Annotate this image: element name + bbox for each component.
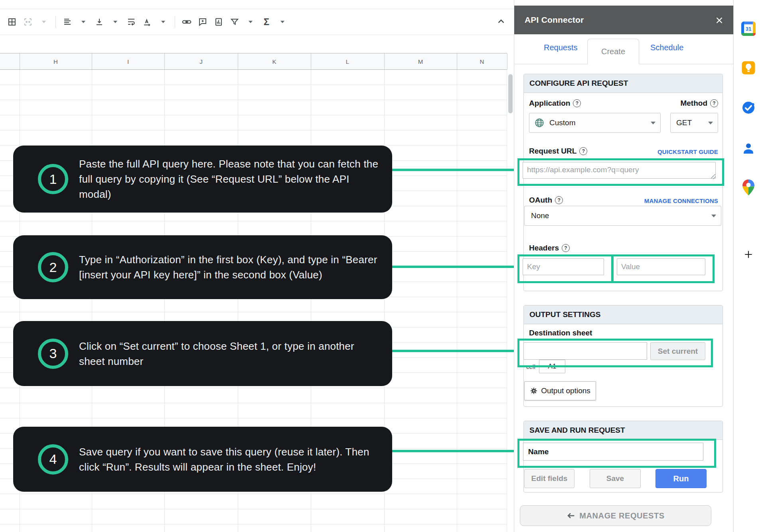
filter-dropdown-icon[interactable] [244, 15, 257, 29]
functions-sigma-icon[interactable] [260, 15, 273, 29]
callout-step-2: 2 Type in “Authorization” in the first b… [13, 235, 392, 299]
oauth-label: OAuth [529, 196, 563, 205]
merge-cells-icon[interactable] [21, 15, 35, 29]
sidebar-header: API Connector [514, 6, 733, 34]
section-header: SAVE AND RUN REQUEST [524, 421, 723, 440]
callout-text: Type in “Authorization” in the first box… [79, 252, 379, 282]
header-value-input[interactable] [617, 258, 705, 275]
oauth-value: None [531, 211, 549, 220]
section-header: OUTPUT SETTINGS [524, 305, 723, 324]
column-header[interactable]: K [238, 53, 311, 69]
manage-requests-button[interactable]: MANAGE REQUESTS [520, 505, 711, 526]
calendar-day: 31 [744, 24, 753, 33]
destination-sheet-input[interactable] [523, 342, 647, 360]
step-number-badge: 3 [38, 339, 68, 369]
callout-text: Click on “Set current” to choose Sheet 1… [79, 339, 379, 369]
connector-line-2 [392, 266, 518, 268]
workspace-side-rail: 31 [734, 0, 766, 532]
text-rotation-dropdown-icon[interactable] [156, 15, 170, 29]
toolbar [0, 9, 514, 35]
application-value: Custom [549, 118, 575, 127]
destination-sheet-label: Destination sheet [529, 329, 592, 337]
text-wrap-icon[interactable] [124, 15, 138, 29]
row-header-corner [0, 53, 20, 69]
output-options-button[interactable]: Output options [524, 381, 596, 400]
column-header[interactable]: N [457, 53, 507, 69]
google-calendar-icon[interactable]: 31 [740, 21, 756, 37]
callout-text: Paste the full API query here. Please no… [79, 156, 379, 202]
method-dropdown[interactable]: GET [670, 113, 718, 133]
set-current-button[interactable]: Set current [650, 342, 705, 360]
step-number-badge: 1 [38, 164, 68, 194]
insert-chart-icon[interactable] [212, 15, 225, 29]
application-dropdown[interactable]: Custom [529, 113, 661, 133]
filter-icon[interactable] [228, 15, 241, 29]
sidebar-left-divider [514, 0, 514, 532]
column-header[interactable]: M [384, 53, 457, 69]
google-contacts-icon[interactable] [740, 140, 756, 156]
name-label: Name [523, 443, 554, 461]
callout-text: Save query if you want to save this quer… [79, 444, 379, 475]
close-icon[interactable] [714, 15, 725, 26]
insert-comment-icon[interactable] [196, 15, 209, 29]
help-icon[interactable] [573, 99, 581, 107]
help-icon[interactable] [710, 99, 718, 107]
vertical-align-dropdown-icon[interactable] [109, 15, 122, 29]
section-header: CONFIGURE API REQUEST [524, 74, 723, 93]
edit-fields-button[interactable]: Edit fields [524, 469, 574, 488]
resize-handle-icon[interactable] [711, 174, 716, 179]
column-header[interactable]: J [164, 53, 238, 69]
grid-column-line [457, 70, 457, 532]
manage-connections-link[interactable]: MANAGE CONNECTIONS [622, 197, 718, 204]
method-label: Method [662, 99, 718, 108]
step-number-badge: 4 [38, 444, 68, 475]
help-icon[interactable] [562, 244, 570, 252]
tab-create[interactable]: Create [587, 39, 639, 64]
collapse-toolbar-icon[interactable] [494, 14, 508, 29]
tab-requests[interactable]: Requests [544, 43, 578, 52]
callout-step-3: 3 Click on “Set current” to choose Sheet… [13, 321, 392, 386]
header-key-input[interactable] [523, 258, 604, 275]
save-button[interactable]: Save [590, 469, 641, 488]
google-tasks-icon[interactable] [740, 100, 756, 116]
request-url-input[interactable] [523, 162, 716, 179]
connector-line-3 [392, 350, 518, 352]
google-keep-icon[interactable] [740, 60, 756, 76]
google-maps-icon[interactable] [740, 179, 756, 195]
sidebar-title: API Connector [525, 15, 584, 25]
request-url-label: Request URL [529, 147, 587, 156]
horizontal-align-icon[interactable] [61, 15, 74, 29]
insert-link-icon[interactable] [180, 15, 193, 29]
functions-dropdown-icon[interactable] [276, 15, 289, 29]
run-button[interactable]: Run [655, 469, 707, 488]
plus-icon[interactable] [740, 246, 756, 262]
chevron-down-icon [708, 122, 713, 124]
column-header[interactable]: L [311, 53, 385, 69]
help-icon[interactable] [579, 147, 587, 155]
step-number-badge: 2 [38, 252, 68, 282]
connector-line-1 [392, 169, 518, 171]
column-header-row: H I J K L M N [0, 53, 507, 70]
headers-label: Headers [529, 244, 570, 252]
help-icon[interactable] [555, 196, 563, 204]
quickstart-guide-link[interactable]: QUICKSTART GUIDE [638, 148, 718, 155]
rail-divider [733, 0, 734, 532]
merge-cells-dropdown-icon[interactable] [37, 15, 51, 29]
toolbar-separator [55, 16, 56, 28]
gear-icon [530, 387, 538, 395]
oauth-dropdown[interactable]: None [524, 206, 721, 226]
vertical-scrollbar-thumb[interactable] [508, 74, 513, 113]
vertical-align-icon[interactable] [93, 15, 106, 29]
column-header[interactable]: I [92, 53, 165, 69]
callout-step-1: 1 Paste the full API query here. Please … [13, 146, 392, 213]
borders-icon[interactable] [5, 15, 19, 29]
callout-step-4: 4 Save query if you want to save this qu… [13, 427, 392, 492]
column-header[interactable]: H [20, 53, 92, 69]
text-rotation-icon[interactable] [140, 15, 154, 29]
request-name-input[interactable] [553, 443, 703, 461]
horizontal-align-dropdown-icon[interactable] [77, 15, 90, 29]
spreadsheet-app: H I J K L M N 1 Paste the full API query… [0, 0, 766, 532]
tab-schedule[interactable]: Schedule [650, 43, 683, 52]
connector-line-4 [392, 450, 518, 452]
toolbar-separator [175, 16, 175, 28]
